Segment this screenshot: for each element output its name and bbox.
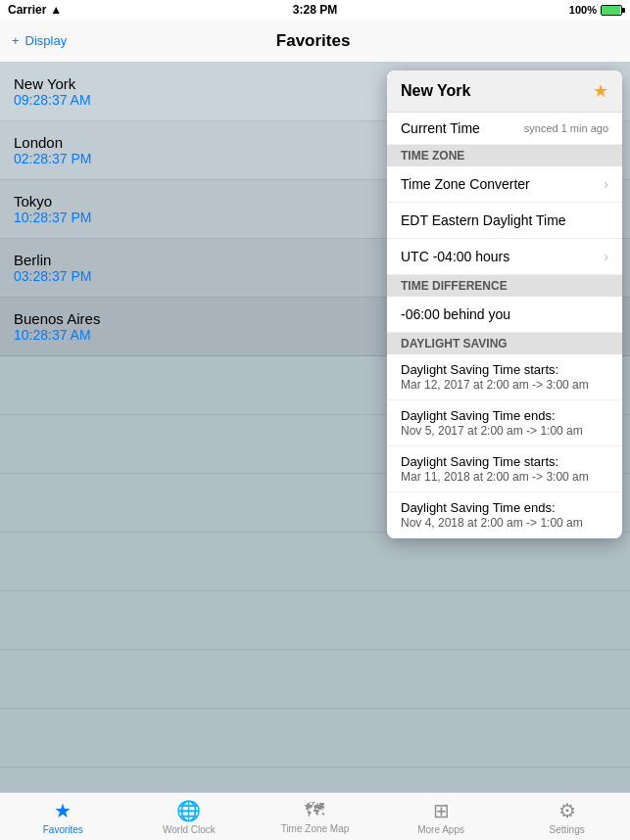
daylight-title-3: Daylight Saving Time ends: [401,500,608,515]
daylight-row-2: Daylight Saving Time starts: Mar 11, 201… [387,446,622,492]
star-icon[interactable]: ★ [593,80,608,102]
add-button[interactable]: + Display [12,33,67,48]
timezonemap-label: Time Zone Map [281,823,350,834]
status-left: Carrier ▲ [8,3,62,17]
panel-title: New York [401,82,470,100]
nav-title: Favorites [276,31,351,51]
moreapps-label: More Apps [417,824,464,835]
nav-bar: + Display Favorites [0,20,630,63]
detail-panel: New York ★ Current Time synced 1 min ago… [387,70,622,538]
status-bar: Carrier ▲ 3:28 PM 100% [0,0,630,20]
tab-moreapps[interactable]: ⊞ More Apps [378,793,505,840]
timezone-converter-row[interactable]: Time Zone Converter › [387,166,622,203]
wifi-icon: ▲ [50,3,62,17]
daylight-row-0: Daylight Saving Time starts: Mar 12, 201… [387,354,622,400]
edt-label: EDT Eastern Daylight Time [401,212,566,228]
daylight-detail-3: Nov 4, 2018 at 2:00 am -> 1:00 am [401,516,608,530]
daylight-row-3: Daylight Saving Time ends: Nov 4, 2018 a… [387,492,622,538]
current-time-label: Current Time [401,120,480,136]
synced-text: synced 1 min ago [524,122,608,134]
display-label[interactable]: Display [25,33,68,48]
tab-settings[interactable]: ⚙ Settings [504,793,630,840]
chevron-right-icon: › [604,176,608,192]
add-icon: + [12,33,20,48]
daylight-section-header: Daylight Saving [387,333,622,354]
timediff-section-header: Time Difference [387,275,622,297]
daylight-title-0: Daylight Saving Time starts: [401,362,608,377]
carrier-label: Carrier [8,3,46,17]
utc-row: UTC -04:00 hours › [387,239,622,275]
edt-row: EDT Eastern Daylight Time [387,203,622,239]
converter-label: Time Zone Converter [401,176,530,192]
battery-percent: 100% [569,4,597,16]
daylight-detail-2: Mar 11, 2018 at 2:00 am -> 3:00 am [401,470,608,484]
utc-label: UTC -04:00 hours [401,249,509,264]
battery-icon [601,5,622,16]
empty-row-6 [0,650,630,709]
favorites-icon: ★ [54,799,72,822]
empty-row-7 [0,709,630,768]
moreapps-icon: ⊞ [433,799,450,822]
daylight-detail-1: Nov 5, 2017 at 2:00 am -> 1:00 am [401,424,608,438]
panel-header: New York ★ [387,70,622,113]
chevron-right-icon-2: › [604,249,608,264]
favorites-label: Favorites [43,824,83,835]
timezonemap-icon: 🗺 [305,799,324,821]
worldclock-label: World Clock [163,824,216,835]
timediff-value: -06:00 behind you [401,306,510,322]
empty-row-8 [0,768,630,792]
settings-icon: ⚙ [558,799,576,822]
tab-worldclock[interactable]: 🌐 World Clock [126,793,253,840]
status-time: 3:28 PM [293,3,337,17]
daylight-title-1: Daylight Saving Time ends: [401,408,608,423]
status-right: 100% [569,4,622,16]
tab-timezonemap[interactable]: 🗺 Time Zone Map [252,793,378,840]
worldclock-icon: 🌐 [176,799,201,822]
empty-row-5 [0,591,630,650]
tab-bar: ★ Favorites 🌐 World Clock 🗺 Time Zone Ma… [0,792,630,840]
main-content: New York 09:28:37 AM Date: 26 Time diffe… [0,63,630,792]
timezone-section-header: Time Zone [387,145,622,166]
empty-row-4 [0,533,630,591]
daylight-detail-0: Mar 12, 2017 at 2:00 am -> 3:00 am [401,378,608,392]
tab-favorites[interactable]: ★ Favorites [0,793,126,840]
daylight-title-2: Daylight Saving Time starts: [401,454,608,469]
timediff-row: -06:00 behind you [387,297,622,333]
settings-label: Settings [550,824,585,835]
daylight-row-1: Daylight Saving Time ends: Nov 5, 2017 a… [387,400,622,446]
current-time-row[interactable]: Current Time synced 1 min ago [387,113,622,145]
